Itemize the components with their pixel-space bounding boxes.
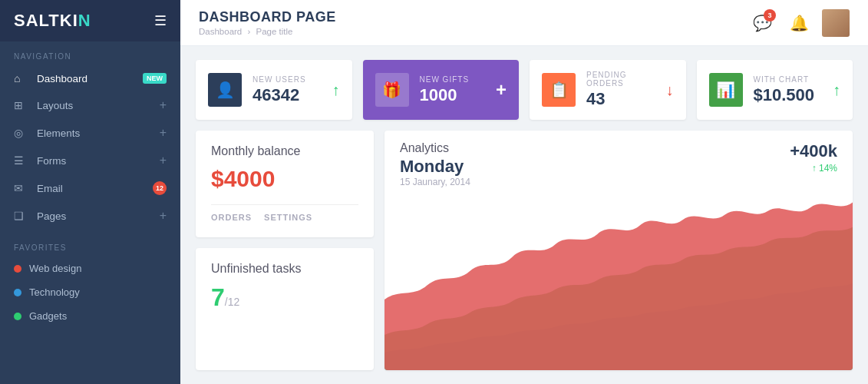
stat-value: 1000	[420, 85, 485, 105]
sidebar-item-dashboard[interactable]: ⌂ Dashboard NEW	[0, 65, 180, 91]
avatar[interactable]	[822, 9, 850, 37]
sidebar-item-forms[interactable]: ☰ Forms +	[0, 147, 180, 174]
stat-info-new-gifts: NEW GIFTS 1000	[420, 75, 485, 105]
stats-row: 👤 NEW USERS 46342 ↑ 🎁 NEW GIFTS 1000 +	[196, 60, 853, 120]
gift-icon: 🎁	[382, 81, 401, 99]
tasks-number: 7	[211, 283, 225, 311]
sidebar: SALTKIN ☰ NAVIGATION ⌂ Dashboard NEW ⊞ L…	[0, 0, 180, 384]
stat-label: WITH CHART	[754, 75, 823, 84]
layouts-icon: ⊞	[14, 99, 29, 111]
avatar-image	[822, 9, 850, 37]
stat-label: NEW GIFTS	[420, 75, 485, 84]
topbar-title-section: DASHBOARD PAGE Dashboard › Page title	[199, 9, 336, 36]
sidebar-item-label: Pages	[37, 210, 160, 222]
arrow-up-icon: ↑	[833, 81, 840, 99]
sidebar-item-label: Layouts	[37, 100, 160, 111]
elements-icon: ◎	[14, 127, 29, 139]
fav-item-technology[interactable]: Technology	[0, 280, 180, 304]
nav-section-label: NAVIGATION	[0, 41, 180, 65]
main-area: DASHBOARD PAGE Dashboard › Page title 💬 …	[180, 0, 868, 384]
sidebar-item-email[interactable]: ✉ Email 12	[0, 174, 180, 202]
fav-item-web-design[interactable]: Web design	[0, 257, 180, 280]
chat-icon-button[interactable]: 💬 3	[748, 9, 776, 37]
person-icon: 👤	[216, 81, 235, 99]
new-badge: NEW	[143, 73, 167, 84]
analytics-date: 15 Jaunary, 2014	[400, 177, 470, 187]
pages-icon: ❑	[14, 210, 29, 222]
fav-label: Gadgets	[29, 310, 67, 322]
balance-tabs: ORDERS SETTINGS	[211, 204, 358, 223]
left-panel: Monthly balance $4000 ORDERS SETTINGS Un…	[196, 131, 374, 370]
arrow-up-icon: ↑	[332, 81, 340, 99]
orders-tab[interactable]: ORDERS	[211, 213, 252, 223]
stat-label: NEW USERS	[252, 75, 322, 84]
fav-item-gadgets[interactable]: Gadgets	[0, 304, 180, 328]
bell-icon-button[interactable]: 🔔	[785, 9, 813, 37]
sidebar-item-label: Dashboard	[37, 73, 138, 84]
sidebar-item-label: Email	[37, 183, 148, 194]
analytics-big-stat: +400k	[790, 141, 837, 161]
analytics-stat: +400k ↑ 14%	[790, 141, 837, 174]
chat-badge: 3	[764, 9, 776, 22]
breadcrumb-home: Dashboard	[199, 27, 242, 36]
forms-icon: ☰	[14, 154, 29, 167]
stat-value: $10.500	[754, 85, 823, 105]
sidebar-item-layouts[interactable]: ⊞ Layouts +	[0, 91, 180, 119]
tasks-card: Unfinished tasks 7/12	[196, 248, 374, 370]
page-title: DASHBOARD PAGE	[199, 9, 336, 25]
fav-section-label: FAVORITES	[0, 233, 180, 257]
hamburger-icon[interactable]: ☰	[154, 12, 167, 29]
stat-card-pending-orders: 📋 PENDING ORDERS 43 ↓	[530, 60, 686, 120]
arrow-down-icon: ↓	[666, 81, 674, 99]
sidebar-item-label: Forms	[37, 155, 160, 167]
analytics-day: Monday	[400, 157, 470, 177]
breadcrumb-sep: ›	[247, 27, 252, 36]
with-chart-icon-box: 📊	[709, 73, 743, 107]
email-badge: 12	[153, 181, 167, 195]
chart-icon: 📊	[716, 81, 735, 99]
settings-tab[interactable]: SETTINGS	[264, 213, 312, 223]
fav-label: Web design	[29, 263, 81, 274]
fav-dot	[14, 313, 21, 320]
balance-title: Monthly balance	[211, 144, 358, 158]
plus-icon: +	[496, 79, 507, 101]
stat-info-new-users: NEW USERS 46342	[252, 75, 322, 105]
sidebar-header: SALTKIN ☰	[0, 0, 180, 41]
pending-orders-icon-box: 📋	[542, 73, 576, 107]
stat-card-new-users: 👤 NEW USERS 46342 ↑	[196, 60, 352, 120]
bottom-row: Monthly balance $4000 ORDERS SETTINGS Un…	[196, 131, 853, 370]
topbar: DASHBOARD PAGE Dashboard › Page title 💬 …	[180, 0, 868, 46]
plus-icon: +	[160, 126, 167, 140]
logo-accent: N	[78, 11, 91, 30]
fav-dot	[14, 265, 21, 273]
fav-dot	[14, 289, 21, 296]
stat-card-with-chart: 📊 WITH CHART $10.500 ↑	[697, 60, 853, 120]
tasks-value: 7/12	[211, 283, 358, 312]
stat-label: PENDING ORDERS	[586, 71, 655, 88]
new-users-icon-box: 👤	[208, 73, 242, 107]
chart-svg	[384, 194, 853, 370]
stat-value: 43	[586, 89, 655, 109]
balance-amount: $4000	[211, 166, 358, 192]
content-area: 👤 NEW USERS 46342 ↑ 🎁 NEW GIFTS 1000 +	[180, 46, 868, 384]
stat-info-with-chart: WITH CHART $10.500	[754, 75, 823, 105]
clipboard-icon: 📋	[550, 81, 569, 99]
balance-card: Monthly balance $4000 ORDERS SETTINGS	[196, 131, 374, 237]
analytics-pct: ↑ 14%	[790, 163, 837, 174]
area-chart	[384, 194, 853, 370]
topbar-icons: 💬 3 🔔	[748, 9, 850, 37]
analytics-info: Analytics Monday 15 Jaunary, 2014	[400, 141, 470, 187]
breadcrumb: Dashboard › Page title	[199, 27, 336, 36]
sidebar-item-elements[interactable]: ◎ Elements +	[0, 119, 180, 147]
tasks-total: /12	[225, 296, 239, 308]
new-gifts-icon-box: 🎁	[375, 73, 409, 107]
analytics-panel: Analytics Monday 15 Jaunary, 2014 +400k …	[384, 131, 853, 370]
fav-label: Technology	[29, 286, 80, 298]
home-icon: ⌂	[14, 72, 29, 84]
analytics-title: Analytics	[400, 141, 470, 155]
stat-value: 46342	[252, 85, 322, 105]
stat-card-new-gifts: 🎁 NEW GIFTS 1000 +	[363, 60, 520, 120]
breadcrumb-page: Page title	[256, 27, 293, 36]
sidebar-item-pages[interactable]: ❑ Pages +	[0, 202, 180, 230]
logo: SALTKIN	[14, 11, 91, 31]
